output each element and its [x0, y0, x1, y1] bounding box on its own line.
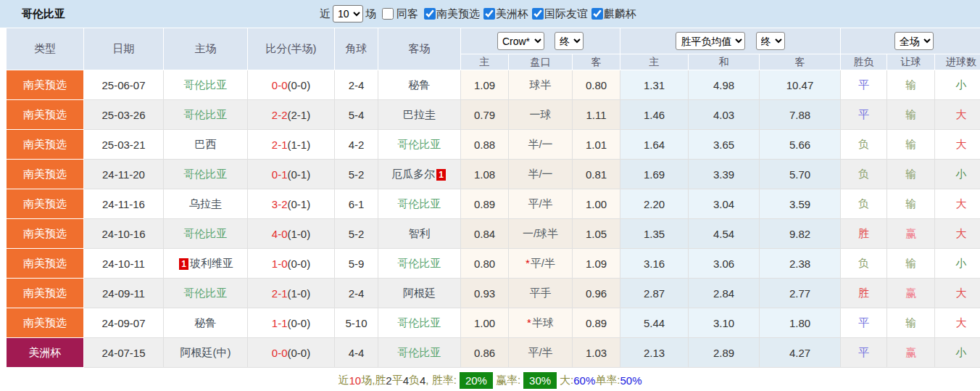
- avg-away: 1.80: [760, 308, 841, 338]
- table-row: 南美预选 24-10-16 哥伦比亚 4-0(1-0) 5-2 智利 0.84 …: [7, 219, 980, 249]
- summary-text: 60%: [573, 374, 595, 387]
- home-team: 哥伦比亚: [164, 160, 248, 189]
- table-row: 南美预选 25-03-26 哥伦比亚 2-2(2-1) 5-4 巴拉圭 0.79…: [7, 100, 980, 130]
- odds-state-select[interactable]: 终: [555, 32, 584, 50]
- result-goals: 大: [935, 219, 980, 249]
- filter-checkbox[interactable]: [424, 8, 436, 20]
- match-date: 25-03-26: [84, 100, 164, 130]
- match-date: 24-11-20: [84, 160, 164, 189]
- filter-option: 美洲杯: [480, 7, 528, 21]
- filter-controls: 近 10 场 同客 南美预选美洲杯国际友谊麒麟杯: [317, 5, 636, 22]
- match-type: 南美预选: [7, 70, 84, 100]
- filter-checkbox[interactable]: [591, 8, 603, 20]
- home-team: 哥伦比亚: [164, 100, 248, 130]
- away-team: 巴拉圭: [378, 100, 461, 130]
- subcol-let: 让球: [887, 54, 935, 70]
- odds-away: 0.96: [573, 279, 620, 308]
- avg-away: 2.77: [760, 279, 841, 308]
- odds-home: 1.09: [461, 70, 509, 100]
- filter-list: 南美预选美洲杯国际友谊麒麟杯: [420, 7, 636, 21]
- recent-count-select[interactable]: 10: [333, 5, 363, 22]
- avg-draw: 4.54: [689, 219, 760, 249]
- match-type: 南美预选: [7, 130, 84, 160]
- result-handicap: 赢: [887, 338, 935, 368]
- avg-draw: 3.10: [689, 308, 760, 338]
- filter-label: 国际友谊: [544, 7, 588, 21]
- avg-draw: 2.84: [689, 279, 760, 308]
- summary-text: 近: [338, 374, 349, 387]
- summary-text: 4: [420, 374, 425, 387]
- result-goals: 大: [935, 100, 980, 130]
- odds-away: 1.09: [573, 249, 620, 279]
- result-handicap: 输: [887, 100, 935, 130]
- result-handicap: 赢: [887, 219, 935, 249]
- avg-select-group: 胜平负均值 终: [620, 28, 841, 54]
- result-handicap: 输: [887, 189, 935, 219]
- result-goals: 大: [935, 130, 980, 160]
- red-card-badge: 1: [179, 258, 188, 270]
- avg-state-select[interactable]: 终: [756, 32, 785, 50]
- result-goals: 小: [935, 338, 980, 368]
- same-away-checkbox[interactable]: [382, 8, 394, 20]
- table-row: 南美预选 24-09-07 秘鲁 1-1(0-0) 5-10 哥伦比亚 1.00…: [7, 308, 980, 338]
- odds-company-select[interactable]: Crow*: [497, 32, 544, 50]
- away-team: 哥伦比亚: [378, 249, 461, 279]
- match-date: 24-10-11: [84, 249, 164, 279]
- corner-cell: 5-9: [335, 249, 378, 279]
- table-row: 南美预选 24-11-20 哥伦比亚 0-1(0-1) 5-2 厄瓜多尔1 1.…: [7, 160, 980, 189]
- matches-table: 类型 日期 主场 比分(半场) 角球 客场 Crow* 终 胜平负均值 终 全场…: [6, 28, 980, 368]
- home-team: 哥伦比亚: [164, 70, 248, 100]
- score-cell: 0-0(0-0): [248, 70, 335, 100]
- result-goals: 小: [935, 160, 980, 189]
- away-team: 厄瓜多尔1: [378, 160, 461, 189]
- odds-home: 0.88: [461, 130, 509, 160]
- match-date: 24-07-15: [84, 338, 164, 368]
- score-cell: 2-1(1-0): [248, 279, 335, 308]
- team-title: 哥伦比亚: [0, 7, 317, 21]
- subcol-avg-draw: 和: [689, 54, 760, 70]
- subcol-odds-away: 客: [573, 54, 620, 70]
- avg-home: 2.87: [620, 279, 689, 308]
- filter-checkbox[interactable]: [532, 8, 544, 20]
- corner-cell: 4-2: [335, 130, 378, 160]
- avg-away: 7.88: [760, 100, 841, 130]
- odds-handicap: *半球: [509, 308, 573, 338]
- avg-draw: 3.06: [689, 249, 760, 279]
- odds-handicap: 一球: [509, 100, 573, 130]
- odds-handicap: 球半: [509, 70, 573, 100]
- odds-home: 0.93: [461, 279, 509, 308]
- corner-cell: 6-1: [335, 189, 378, 219]
- avg-home: 2.20: [620, 189, 689, 219]
- score-cell: 1-1(0-0): [248, 308, 335, 338]
- avg-type-select[interactable]: 胜平负均值: [676, 32, 745, 50]
- filter-label: 麒麟杯: [604, 7, 636, 21]
- avg-away: 5.66: [760, 130, 841, 160]
- star-marker: *: [527, 316, 531, 329]
- match-type: 南美预选: [7, 308, 84, 338]
- odds-home: 1.00: [461, 308, 509, 338]
- table-row: 南美预选 24-09-11 哥伦比亚 2-1(1-0) 2-4 阿根廷 0.93…: [7, 279, 980, 308]
- result-goals: 大: [935, 189, 980, 219]
- same-away-label: 同客: [396, 7, 418, 21]
- avg-home: 1.64: [620, 130, 689, 160]
- odds-handicap: 半/一: [509, 160, 573, 189]
- odds-select-group: Crow* 终: [461, 28, 620, 54]
- summary-text: 50%: [620, 374, 641, 387]
- filter-checkbox[interactable]: [483, 8, 495, 20]
- home-team: 巴西: [164, 130, 248, 160]
- score-cell: 2-2(2-1): [248, 100, 335, 130]
- table-row: 美洲杯 24-07-15 阿根廷(中) 0-0(0-0) 4-4 哥伦比亚 0.…: [7, 338, 980, 368]
- result-wdl: 负: [841, 160, 887, 189]
- away-team: 阿根廷: [378, 279, 461, 308]
- result-wdl: 胜: [841, 219, 887, 249]
- score-cell: 4-0(1-0): [248, 219, 335, 249]
- result-handicap: 赢: [887, 279, 935, 308]
- subcol-avg-home: 主: [620, 54, 689, 70]
- avg-draw: 3.04: [689, 189, 760, 219]
- odds-away: 1.00: [573, 189, 620, 219]
- scope-select[interactable]: 全场: [894, 32, 934, 50]
- filter-option: 麒麟杯: [588, 7, 636, 21]
- col-score: 比分(半场): [248, 28, 335, 70]
- odds-home: 0.79: [461, 100, 509, 130]
- match-date: 25-03-21: [84, 130, 164, 160]
